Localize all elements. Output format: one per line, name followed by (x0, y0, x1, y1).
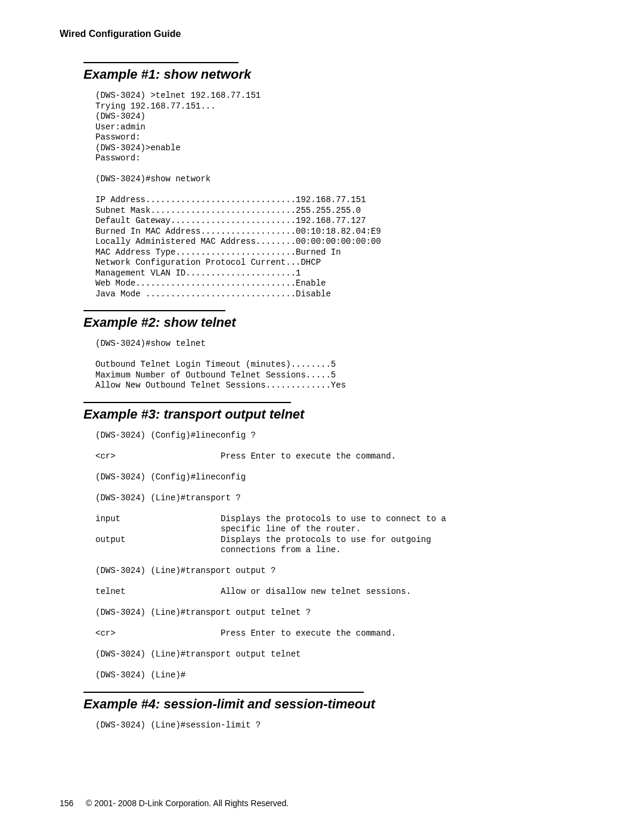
code-block-4: (DWS-3024) (Line)#session-limit ? (95, 720, 584, 731)
section-rule (83, 310, 225, 311)
section-example-3: Example #3: transport output telnet (83, 402, 584, 422)
page: Wired Configuration Guide Example #1: sh… (0, 0, 644, 833)
section-heading: Example #4: session-limit and session-ti… (83, 696, 584, 712)
section-example-4: Example #4: session-limit and session-ti… (83, 692, 584, 712)
page-number: 156 (60, 798, 83, 808)
section-heading: Example #1: show network (83, 67, 584, 82)
section-example-1: Example #1: show network (83, 62, 584, 82)
code-block-2: (DWS-3024)#show telnet Outbound Telnet L… (95, 339, 584, 391)
section-rule (83, 62, 239, 63)
code-block-1: (DWS-3024) >telnet 192.168.77.151 Trying… (95, 91, 584, 299)
section-heading: Example #3: transport output telnet (83, 407, 584, 422)
section-heading: Example #2: show telnet (83, 315, 584, 330)
section-rule (83, 692, 364, 693)
page-footer: 156 © 2001- 2008 D-Link Corporation. All… (60, 798, 289, 808)
running-header: Wired Configuration Guide (60, 29, 584, 39)
code-block-3: (DWS-3024) (Config)#lineconfig ? <cr> Pr… (95, 431, 584, 681)
copyright-text: © 2001- 2008 D-Link Corporation. All Rig… (86, 798, 289, 808)
section-rule (83, 402, 291, 403)
section-example-2: Example #2: show telnet (83, 310, 584, 330)
